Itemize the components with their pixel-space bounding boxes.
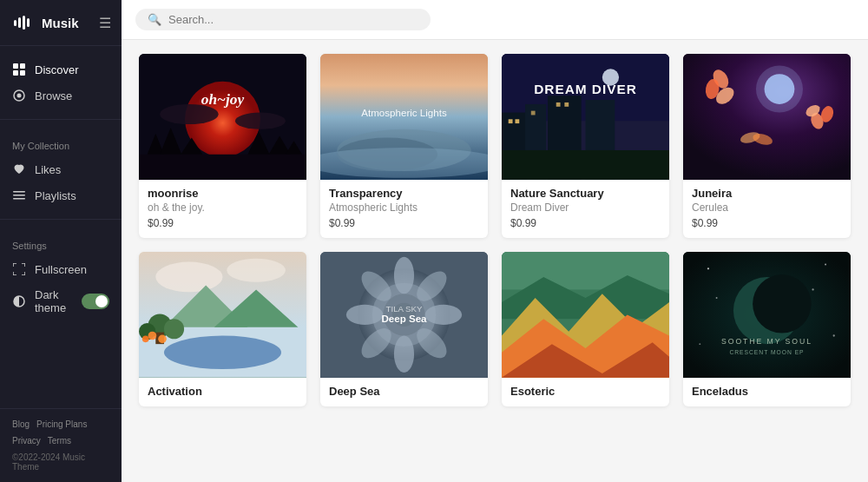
main-nav: Discover Browse	[0, 46, 122, 112]
grid-icon	[12, 63, 26, 76]
album-info-activation: Activation	[139, 378, 306, 406]
sidebar-item-fullscreen[interactable]: Fullscreen	[0, 256, 122, 282]
search-wrapper: 🔍	[135, 9, 431, 30]
album-price-transparency: $0.99	[329, 217, 479, 229]
svg-point-17	[235, 113, 286, 129]
svg-text:Deep Sea: Deep Sea	[381, 314, 427, 324]
app-title: Musik	[42, 16, 79, 30]
main-content: 🔍	[122, 0, 868, 482]
sidebar-footer: Blog Pricing Plans Privacy Terms ©2022-2…	[0, 408, 122, 482]
album-cover-activation	[139, 252, 306, 378]
album-cover-nature-sanctuary: DREAM DIVER	[502, 54, 669, 180]
album-cover-deep-sea: TILA SKY Deep Sea	[320, 252, 488, 378]
album-price-juneira: $0.99	[692, 217, 842, 229]
svg-text:Atmospheric Lights: Atmospheric Lights	[361, 108, 447, 118]
sidebar-divider-1	[0, 119, 122, 120]
svg-point-29	[320, 148, 488, 178]
album-card-enceladus[interactable]: SOOTHE MY SOUL CRESCENT MOON EP Enceladu…	[683, 252, 851, 406]
dark-theme-icon	[12, 294, 26, 308]
svg-rect-4	[13, 63, 18, 69]
album-name-activation: Activation	[148, 385, 298, 398]
svg-point-92	[753, 274, 812, 333]
svg-point-74	[394, 257, 414, 294]
svg-point-76	[346, 305, 383, 325]
album-info-enceladus: Enceladus	[683, 378, 851, 406]
album-name-enceladus: Enceladus	[692, 385, 842, 398]
svg-point-58	[227, 258, 286, 281]
svg-text:CRESCENT MOON EP: CRESCENT MOON EP	[729, 348, 804, 354]
album-artist-juneira: Cerulea	[692, 201, 842, 214]
footer-links-2: Privacy Terms	[0, 432, 122, 449]
album-card-transparency[interactable]: Atmospheric Lights Transparency Atmosphe…	[320, 54, 488, 238]
heart-icon	[12, 162, 26, 176]
album-name-transparency: Transparency	[329, 187, 479, 200]
app-logo-icon	[10, 10, 35, 35]
fullscreen-label: Fullscreen	[35, 263, 87, 276]
collection-label: My Collection	[0, 137, 122, 156]
svg-rect-2	[23, 16, 25, 30]
album-name-juneira: Juneira	[692, 187, 842, 200]
toggle-knob	[95, 295, 108, 307]
sidebar-item-browse[interactable]: Browse	[0, 83, 122, 109]
browse-icon	[12, 89, 26, 102]
album-name-moonrise: moonrise	[148, 187, 298, 200]
svg-point-9	[17, 94, 22, 98]
svg-point-75	[394, 335, 414, 372]
svg-point-95	[812, 288, 813, 290]
svg-rect-0	[14, 20, 16, 26]
album-cover-moonrise: oh~joy	[139, 54, 306, 180]
likes-label: Likes	[35, 163, 61, 176]
svg-text:DREAM DIVER: DREAM DIVER	[534, 82, 637, 96]
collection-section: My Collection Likes Playlists	[0, 127, 122, 212]
playlists-label: Playlists	[35, 189, 76, 202]
svg-text:TILA SKY: TILA SKY	[386, 304, 423, 314]
album-info-moonrise: moonrise oh & the joy. $0.99	[139, 180, 306, 238]
album-card-deep-sea[interactable]: TILA SKY Deep Sea Deep Sea	[320, 252, 488, 406]
svg-text:oh~joy: oh~joy	[201, 91, 245, 108]
search-icon: 🔍	[148, 13, 161, 26]
privacy-link[interactable]: Privacy	[12, 436, 41, 446]
sidebar-item-discover[interactable]: Discover	[0, 56, 122, 83]
hamburger-icon[interactable]: ☰	[99, 15, 111, 31]
album-card-nature-sanctuary[interactable]: DREAM DIVER Nature Sanctuary Dream Diver…	[502, 54, 669, 238]
svg-rect-41	[556, 102, 561, 107]
blog-link[interactable]: Blog	[12, 419, 30, 429]
svg-point-97	[699, 343, 700, 345]
search-input[interactable]	[168, 13, 418, 26]
sidebar-item-dark-theme[interactable]: Dark theme	[0, 282, 122, 320]
fullscreen-icon	[12, 262, 26, 276]
album-cover-enceladus: SOOTHE MY SOUL CRESCENT MOON EP	[683, 252, 851, 378]
album-cover-esoteric	[502, 252, 669, 378]
album-card-esoteric[interactable]: Esoteric	[502, 252, 669, 406]
dark-theme-toggle[interactable]	[82, 294, 109, 309]
svg-text:SOOTHE MY SOUL: SOOTHE MY SOUL	[721, 337, 812, 346]
albums-grid: oh~joy moonrise oh & the joy. $0.99	[139, 54, 851, 406]
svg-rect-11	[13, 195, 25, 196]
svg-rect-38	[509, 119, 513, 123]
album-artist-nature-sanctuary: Dream Diver	[510, 201, 661, 214]
svg-point-47	[756, 66, 803, 113]
discover-label: Discover	[35, 63, 79, 76]
album-price-nature-sanctuary: $0.99	[510, 217, 661, 229]
album-card-juneira[interactable]: Juneira Cerulea $0.99	[683, 54, 851, 238]
album-card-activation[interactable]: Activation	[139, 252, 306, 406]
sidebar-item-playlists[interactable]: Playlists	[0, 182, 122, 208]
svg-point-68	[142, 335, 149, 342]
album-artist-moonrise: oh & the joy.	[148, 201, 298, 214]
copyright: ©2022-2024 Music Theme	[0, 449, 122, 475]
browse-label: Browse	[35, 89, 72, 102]
svg-rect-10	[13, 191, 25, 193]
sidebar-divider-2	[0, 219, 122, 220]
svg-point-67	[158, 334, 167, 343]
pricing-link[interactable]: Pricing Plans	[36, 419, 87, 429]
album-info-juneira: Juneira Cerulea $0.99	[683, 180, 851, 238]
album-cover-transparency: Atmospheric Lights	[320, 54, 488, 180]
dark-theme-label: Dark theme	[35, 288, 73, 314]
sidebar: Musik ☰ Discover Browse	[0, 0, 122, 482]
terms-link[interactable]: Terms	[48, 436, 71, 446]
app-logo: Musik	[10, 10, 79, 35]
svg-point-61	[164, 335, 281, 369]
album-card-moonrise[interactable]: oh~joy moonrise oh & the joy. $0.99	[139, 54, 306, 238]
svg-rect-40	[531, 111, 536, 116]
sidebar-item-likes[interactable]: Likes	[0, 156, 122, 182]
